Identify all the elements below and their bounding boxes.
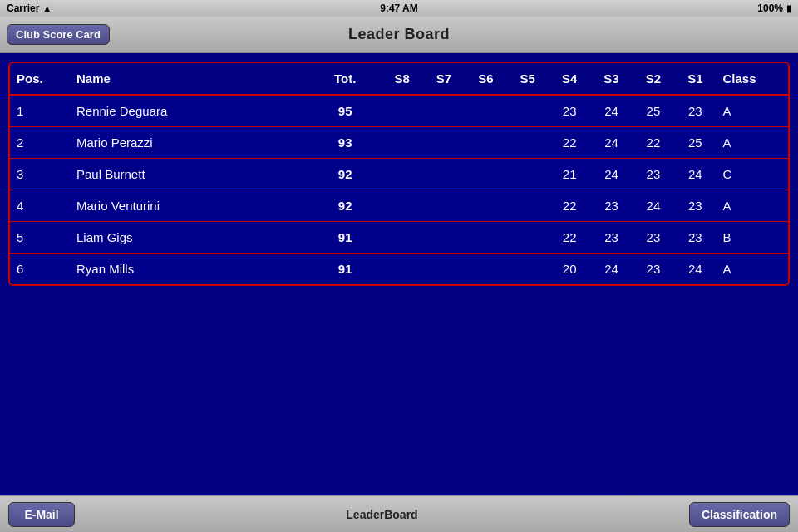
battery-icon: ▮ <box>786 3 791 14</box>
cell-s4-0: 23 <box>549 95 590 127</box>
table-header: Pos. Name Tot. S8 S7 S6 S5 S4 S3 S2 S1 C… <box>10 63 788 95</box>
cell-s8-3 <box>381 190 422 222</box>
cell-tot-2: 92 <box>309 159 381 190</box>
cell-name-2: Paul Burnett <box>70 159 309 190</box>
cell-class-1: A <box>717 127 788 159</box>
cell-s2-1: 22 <box>633 127 674 159</box>
cell-tot-4: 91 <box>309 222 381 254</box>
header-row: Pos. Name Tot. S8 S7 S6 S5 S4 S3 S2 S1 C… <box>10 63 788 95</box>
status-time: 9:47 AM <box>380 2 418 14</box>
cell-class-2: C <box>717 159 788 190</box>
cell-tot-0: 95 <box>309 95 381 127</box>
classification-button[interactable]: Classification <box>689 502 790 527</box>
table-row: 3Paul Burnett9221242324C <box>10 159 788 190</box>
cell-s1-2: 24 <box>674 159 716 190</box>
header-pos: Pos. <box>10 63 70 95</box>
cell-s5-2 <box>507 159 549 190</box>
cell-s8-4 <box>381 222 422 254</box>
cell-s3-3: 23 <box>590 190 632 222</box>
cell-s8-5 <box>381 254 422 285</box>
table-row: 1Rennie Deguara9523242523A <box>10 95 788 127</box>
cell-s5-1 <box>507 127 549 159</box>
battery-label: 100% <box>757 2 783 14</box>
cell-s3-4: 23 <box>590 222 632 254</box>
cell-s3-2: 24 <box>590 159 632 190</box>
cell-s3-0: 24 <box>590 95 632 127</box>
cell-s6-4 <box>465 222 506 254</box>
status-bar: Carrier ▲ 9:47 AM 100% ▮ <box>0 0 798 17</box>
cell-name-3: Mario Venturini <box>70 190 309 222</box>
main-content: Pos. Name Tot. S8 S7 S6 S5 S4 S3 S2 S1 C… <box>0 53 798 495</box>
header-s8: S8 <box>381 63 422 95</box>
cell-tot-3: 92 <box>309 190 381 222</box>
cell-s3-5: 24 <box>590 254 632 285</box>
leaderboard-tab-label[interactable]: LeaderBoard <box>346 508 417 521</box>
table-row: 5Liam Gigs9122232323B <box>10 222 788 254</box>
cell-s6-3 <box>465 190 506 222</box>
cell-class-0: A <box>717 95 788 127</box>
header-s2: S2 <box>633 63 674 95</box>
cell-pos-2: 3 <box>10 159 70 190</box>
cell-s2-3: 24 <box>633 190 674 222</box>
carrier-label: Carrier <box>7 2 39 14</box>
leaderboard-container: Pos. Name Tot. S8 S7 S6 S5 S4 S3 S2 S1 C… <box>8 62 790 286</box>
header-s5: S5 <box>507 63 549 95</box>
cell-tot-5: 91 <box>309 254 381 285</box>
cell-s3-1: 24 <box>590 127 632 159</box>
cell-s7-2 <box>423 159 465 190</box>
cell-s4-5: 20 <box>549 254 590 285</box>
cell-s8-0 <box>381 95 422 127</box>
cell-s4-3: 22 <box>549 190 590 222</box>
nav-title: Leader Board <box>348 26 450 43</box>
cell-s1-1: 25 <box>674 127 716 159</box>
cell-class-3: A <box>717 190 788 222</box>
cell-s1-0: 23 <box>674 95 716 127</box>
cell-pos-1: 2 <box>10 127 70 159</box>
cell-pos-4: 5 <box>10 222 70 254</box>
leaderboard-table: Pos. Name Tot. S8 S7 S6 S5 S4 S3 S2 S1 C… <box>10 63 788 284</box>
cell-name-4: Liam Gigs <box>70 222 309 254</box>
header-class: Class <box>717 63 788 95</box>
header-s7: S7 <box>423 63 465 95</box>
back-button[interactable]: Club Score Card <box>7 24 110 45</box>
header-tot: Tot. <box>309 63 381 95</box>
cell-s7-1 <box>423 127 465 159</box>
cell-s8-2 <box>381 159 422 190</box>
cell-s5-3 <box>507 190 549 222</box>
cell-s2-2: 23 <box>633 159 674 190</box>
cell-s4-1: 22 <box>549 127 590 159</box>
cell-s7-5 <box>423 254 465 285</box>
table-row: 2Mario Perazzi9322242225A <box>10 127 788 159</box>
cell-s6-0 <box>465 95 506 127</box>
status-left: Carrier ▲ <box>7 2 52 14</box>
cell-s2-0: 25 <box>633 95 674 127</box>
header-s1: S1 <box>674 63 716 95</box>
cell-s6-5 <box>465 254 506 285</box>
cell-name-1: Mario Perazzi <box>70 127 309 159</box>
cell-tot-1: 93 <box>309 127 381 159</box>
cell-class-5: A <box>717 254 788 285</box>
nav-bar: Club Score Card Leader Board <box>0 17 798 53</box>
cell-pos-0: 1 <box>10 95 70 127</box>
cell-s8-1 <box>381 127 422 159</box>
cell-s7-3 <box>423 190 465 222</box>
cell-s2-5: 23 <box>633 254 674 285</box>
cell-s2-4: 23 <box>633 222 674 254</box>
table-row: 6Ryan Mills9120242324A <box>10 254 788 285</box>
cell-s4-2: 21 <box>549 159 590 190</box>
cell-s5-0 <box>507 95 549 127</box>
email-button[interactable]: E-Mail <box>8 502 75 527</box>
table-row: 4Mario Venturini9222232423A <box>10 190 788 222</box>
wifi-icon: ▲ <box>42 3 52 13</box>
cell-pos-5: 6 <box>10 254 70 285</box>
cell-s6-2 <box>465 159 506 190</box>
header-s4: S4 <box>549 63 590 95</box>
header-name: Name <box>70 63 309 95</box>
cell-s1-3: 23 <box>674 190 716 222</box>
cell-name-5: Ryan Mills <box>70 254 309 285</box>
cell-pos-3: 4 <box>10 190 70 222</box>
cell-s1-4: 23 <box>674 222 716 254</box>
cell-s4-4: 22 <box>549 222 590 254</box>
cell-s7-4 <box>423 222 465 254</box>
header-s6: S6 <box>465 63 506 95</box>
